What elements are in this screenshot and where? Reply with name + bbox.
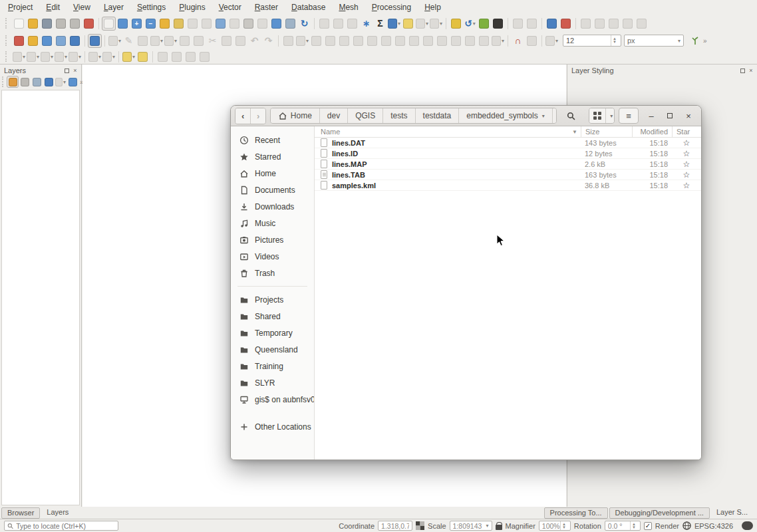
scale-combobox[interactable]: ▾	[450, 521, 492, 531]
close-panel-icon[interactable]: ×	[72, 67, 78, 74]
dock-tab-browser[interactable]: Browser	[1, 507, 40, 519]
open-layer-styling-button[interactable]	[7, 76, 19, 88]
filter-legend-button[interactable]	[43, 76, 55, 88]
statistical-summary-button[interactable]	[345, 17, 359, 31]
vegetation-plugin-button[interactable]	[688, 34, 702, 48]
change-label-properties-button[interactable]	[621, 17, 635, 31]
pan-to-selection-button[interactable]	[116, 17, 130, 31]
breadcrumb-segment-embedded-symbols[interactable]: embedded_symbols▾	[458, 108, 551, 123]
minimize-button[interactable]: –	[645, 110, 657, 122]
copy-move-feature-button[interactable]	[323, 34, 337, 48]
vertex-align-button[interactable]	[477, 34, 491, 48]
breadcrumb-segment-qgis[interactable]: QGIS	[347, 108, 382, 123]
zoom-last-button[interactable]	[214, 17, 227, 31]
star-toggle[interactable]: ☆	[672, 170, 701, 180]
text-annotation-button[interactable]: ▾	[102, 50, 116, 64]
new-project-button[interactable]	[12, 17, 26, 31]
toolbar-overflow-icon[interactable]: »	[703, 37, 707, 45]
breadcrumb-segment-dev[interactable]: dev	[319, 108, 347, 123]
menu-raster[interactable]: Raster	[255, 3, 278, 12]
menu-settings[interactable]: Settings	[137, 3, 166, 12]
column-header-modified[interactable]: Modified	[632, 126, 672, 137]
offset-curve-button[interactable]	[407, 34, 421, 48]
zoom-out-button[interactable]: −	[144, 17, 158, 31]
extents-icon[interactable]	[416, 521, 424, 530]
sidebar-item-pictures[interactable]: Pictures	[231, 231, 314, 248]
file-row[interactable]: lines.ID12 bytes15:18☆	[315, 148, 701, 159]
new-3d-map-view-button[interactable]	[255, 17, 269, 31]
map-tips-button[interactable]	[401, 17, 415, 31]
toolbar-handle[interactable]	[5, 51, 9, 62]
menu-vector[interactable]: Vector	[219, 3, 241, 12]
messages-icon[interactable]	[742, 521, 753, 530]
new-print-layout-button[interactable]	[54, 17, 68, 31]
modify-attributes-button[interactable]	[178, 34, 192, 48]
paste-features-button[interactable]	[233, 34, 247, 48]
expand-collapse-all-button[interactable]	[67, 76, 78, 88]
toggle-editing-button[interactable]: ✎	[122, 34, 136, 48]
rotation-input[interactable]	[608, 522, 630, 530]
sidebar-bookmark-shared[interactable]: Shared	[231, 308, 314, 325]
sidebar-item-recent[interactable]: Recent	[231, 132, 314, 148]
file-row[interactable]: lines.MAP2.6 kB15:18☆	[315, 159, 701, 170]
add-ring-button[interactable]	[365, 34, 379, 48]
sidebar-bookmark-gis-on-aubnfsv006[interactable]: gis$ on aubnfsv006	[231, 391, 314, 408]
split-parts-button[interactable]	[449, 34, 463, 48]
rotate-feature-button[interactable]	[337, 34, 351, 48]
zoom-native-button[interactable]	[200, 17, 214, 31]
measure-line-button[interactable]: ▾	[387, 17, 401, 31]
save-layer-edits-button[interactable]	[136, 34, 150, 48]
menu-project[interactable]: Project	[8, 3, 33, 12]
plugin-reload-button[interactable]: ↺▾	[463, 17, 477, 31]
locator-input[interactable]	[16, 522, 115, 530]
new-virtual-layer-button[interactable]	[68, 34, 82, 48]
grid-view-icon[interactable]	[589, 108, 605, 123]
enable-tracing-button[interactable]	[525, 34, 539, 48]
pin-labels-button[interactable]	[511, 17, 525, 31]
trim-extend-button[interactable]: ▾	[491, 34, 505, 48]
lock-scale-icon[interactable]	[496, 525, 502, 530]
copy-features-button[interactable]	[220, 34, 233, 48]
dock-tab-processing-to-[interactable]: Processing To...	[544, 507, 608, 519]
coordinate-input[interactable]	[381, 522, 409, 530]
polygon-annotation-button[interactable]: ▾	[68, 50, 82, 64]
menu-edit[interactable]: Edit	[46, 3, 60, 12]
toolbar-handle[interactable]	[5, 35, 9, 46]
refresh-map-button[interactable]: ↻	[297, 17, 311, 31]
delete-selected-button[interactable]	[192, 34, 206, 48]
spinner-arrows[interactable]: ▲▼	[630, 521, 637, 530]
add-part-button[interactable]	[379, 34, 393, 48]
spinner-arrows[interactable]: ▲▼	[560, 521, 567, 530]
move-feature-button[interactable]	[309, 34, 323, 48]
open-project-button[interactable]	[26, 17, 40, 31]
file-row[interactable]: lines.DAT143 bytes15:18☆	[315, 138, 701, 148]
python-console-button[interactable]	[449, 17, 463, 31]
pan-map-button[interactable]	[102, 17, 116, 31]
add-group-button[interactable]	[19, 76, 31, 88]
locator-box[interactable]	[4, 521, 118, 531]
chevron-down-icon[interactable]: ▾	[605, 108, 615, 123]
column-header-star[interactable]: Star	[672, 126, 701, 137]
star-toggle[interactable]: ☆	[672, 149, 701, 158]
dock-tab-layer-s-[interactable]: Layer S...	[711, 507, 753, 519]
column-header-name[interactable]: Name▼	[315, 128, 581, 136]
toolbar-handle[interactable]	[2, 76, 3, 87]
sidebar-item-documents[interactable]: Documents	[231, 182, 314, 198]
file-row[interactable]: lines.TAB163 bytes15:18☆	[315, 170, 701, 180]
sidebar-item-videos[interactable]: Videos	[231, 248, 314, 265]
sidebar-item-starred[interactable]: Starred	[231, 148, 314, 165]
split-features-button[interactable]	[435, 34, 449, 48]
qgis-resource-plugin-button[interactable]	[477, 17, 491, 31]
current-edits-button[interactable]: ▾	[108, 34, 122, 48]
new-geopackage-layer-button[interactable]	[26, 34, 40, 48]
sidebar-bookmark-temporary[interactable]: Temporary	[231, 325, 314, 341]
globe-crs-icon[interactable]	[682, 521, 691, 530]
sidebar-item-downloads[interactable]: Downloads	[231, 198, 314, 215]
digitize-curve-button[interactable]	[281, 34, 295, 48]
add-vector-layer-button[interactable]	[88, 34, 102, 48]
open-attribute-table-button[interactable]	[331, 17, 345, 31]
sidebar-bookmark-slyr[interactable]: SLYR	[231, 374, 314, 391]
dock-tab-layers[interactable]: Layers	[41, 507, 74, 519]
curved-label-button[interactable]	[635, 17, 649, 31]
menu-mesh[interactable]: Mesh	[339, 3, 358, 12]
